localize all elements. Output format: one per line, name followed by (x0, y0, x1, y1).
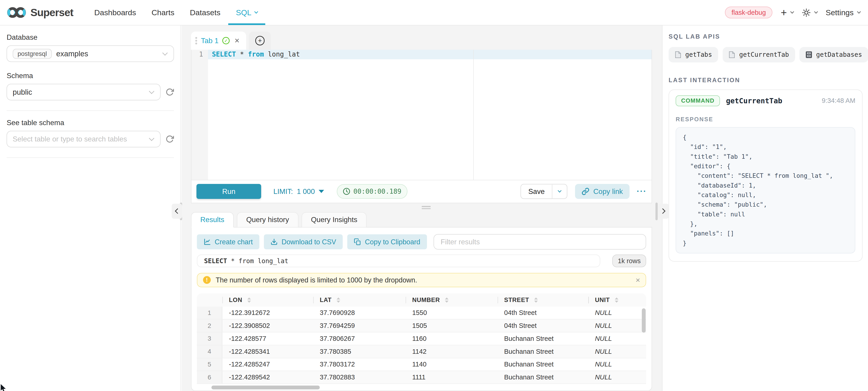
nav-item-charts[interactable]: Charts (144, 0, 182, 25)
schema-label: Schema (7, 71, 174, 80)
tab-query-history[interactable]: Query history (237, 212, 298, 228)
nav-item-sql[interactable]: SQL (228, 0, 265, 25)
chart-icon (204, 238, 211, 246)
sidebar-collapse-button[interactable] (172, 204, 182, 219)
database-type-tag: postgresql (13, 49, 52, 59)
limit-label: LIMIT: (273, 187, 293, 196)
schema-select[interactable]: public (7, 84, 161, 100)
horizontal-scrollbar[interactable] (197, 386, 646, 390)
sql-text: * (236, 51, 248, 58)
sun-icon (802, 8, 811, 17)
column-label: STREET (504, 297, 529, 303)
superset-sql-lab: Superset Dashboards Charts Datasets SQL … (0, 0, 868, 391)
rightpanel-resize-handle[interactable] (655, 202, 658, 220)
sql-lab-api-panel: SQL LAB APIS getTabs getCurrentTab (662, 26, 868, 391)
nav-item-datasets[interactable]: Datasets (182, 0, 228, 25)
table-row: 6-122.428954237.78028831111Buchanan Stre… (197, 371, 646, 384)
api-buttons: getTabs getCurrentTab getDatabases (669, 47, 863, 62)
download-csv-button[interactable]: Download to CSV (264, 234, 343, 249)
save-options-button[interactable] (552, 190, 567, 193)
get-current-tab-button[interactable]: getCurrentTab (723, 47, 795, 62)
command-timestamp: 9:34:48 AM (822, 97, 855, 104)
sort-icon[interactable] (337, 297, 340, 303)
column-header-number[interactable]: NUMBER (406, 293, 498, 307)
sort-icon[interactable] (445, 297, 448, 303)
editor-tab-title: Tab 1 (201, 37, 218, 45)
table-schema-label: See table schema (7, 119, 174, 127)
column-divider (222, 297, 223, 303)
get-databases-label: getDatabases (816, 51, 862, 58)
sql-keyword: SELECT (204, 257, 227, 265)
rightpanel-collapse-button[interactable] (658, 204, 669, 219)
new-tab-button[interactable]: + (249, 32, 271, 50)
clipboard-icon (354, 238, 361, 246)
response-json-block: { "id": "1", "title": "Tab 1", "editor":… (676, 127, 855, 253)
copy-clipboard-button[interactable]: Copy to Clipboard (347, 234, 427, 249)
copy-link-button[interactable]: Copy link (575, 184, 629, 199)
table-cell: 1550 (406, 306, 498, 319)
column-header-lon[interactable]: LON (222, 293, 313, 307)
new-item-menu[interactable]: + (781, 7, 794, 18)
chevron-down-icon (149, 89, 154, 94)
column-header-street[interactable]: STREET (498, 293, 588, 307)
row-number: 5 (197, 358, 222, 371)
warning-icon: ! (203, 276, 211, 284)
tab-success-icon: ✓ (222, 37, 229, 44)
column-label: UNIT (595, 297, 610, 303)
table-select-placeholder: Select table or type to search tables (13, 135, 127, 143)
nav-item-dashboards[interactable]: Dashboards (87, 0, 144, 25)
run-query-button[interactable]: Run (196, 184, 261, 199)
chevron-down-icon (814, 10, 818, 13)
tab-query-insights[interactable]: Query Insights (302, 212, 367, 228)
column-header-lat[interactable]: LAT (313, 293, 406, 307)
save-button[interactable]: Save (521, 187, 552, 196)
column-header-unit[interactable]: UNIT (588, 293, 646, 307)
refresh-schemas-icon[interactable] (165, 88, 174, 96)
row-number: 4 (197, 345, 222, 358)
horizontal-scrollbar-thumb[interactable] (211, 386, 320, 389)
link-icon (582, 188, 589, 195)
vertical-scrollbar[interactable] (642, 308, 646, 333)
table-cell: Buchanan Street (498, 371, 588, 384)
sql-text: long_lat (264, 51, 300, 58)
table-cell: 04th Street (498, 306, 588, 319)
more-actions-button[interactable]: ··· (637, 187, 647, 196)
filter-results-input[interactable] (434, 234, 646, 250)
save-split-button[interactable]: Save (521, 184, 567, 199)
sort-icon[interactable] (247, 297, 251, 303)
command-name: getCurrentTab (726, 97, 782, 105)
get-tabs-button[interactable]: getTabs (669, 47, 718, 62)
query-preview-row: SELECT * from long_lat 1k rows (197, 255, 646, 267)
table-cell: NULL (588, 371, 646, 384)
sql-text: * from long_lat (227, 257, 288, 265)
get-tabs-label: getTabs (685, 51, 712, 58)
limit-dropdown[interactable]: LIMIT: 1 000 (273, 187, 324, 196)
editor-tab[interactable]: Tab 1 ✓ × (191, 32, 246, 50)
theme-menu[interactable] (802, 8, 817, 17)
table-cell: 37.7694259 (313, 320, 406, 332)
table-cell: 1111 (406, 371, 498, 384)
superset-logo[interactable]: Superset (7, 6, 73, 19)
column-divider (313, 297, 314, 303)
sort-icon[interactable] (534, 297, 538, 303)
download-csv-label: Download to CSV (282, 238, 336, 246)
copy-clipboard-label: Copy to Clipboard (365, 238, 421, 246)
get-databases-button[interactable]: getDatabases (799, 47, 868, 62)
table-select[interactable]: Select table or type to search tables (7, 131, 161, 148)
results-table: LONLATNUMBERSTREETUNIT 1-122.391267237.7… (197, 293, 646, 384)
sql-code-editor[interactable]: 1 SELECT * from long_lat (191, 50, 652, 180)
settings-menu[interactable]: Settings (826, 8, 860, 17)
brand-name: Superset (30, 6, 73, 19)
row-number: 3 (197, 332, 222, 345)
download-icon (271, 238, 278, 246)
sort-icon[interactable] (615, 297, 618, 303)
panel-resize-handle[interactable] (422, 206, 431, 210)
refresh-tables-icon[interactable] (165, 135, 174, 143)
page-icon (675, 51, 681, 58)
tab-results[interactable]: Results (191, 212, 234, 228)
database-select[interactable]: postgresql examples (7, 45, 174, 62)
table-cell: Buchanan Street (498, 345, 588, 358)
create-chart-button[interactable]: Create chart (197, 234, 259, 249)
tab-close-icon[interactable]: × (235, 36, 239, 45)
warning-close-icon[interactable]: × (636, 275, 640, 285)
